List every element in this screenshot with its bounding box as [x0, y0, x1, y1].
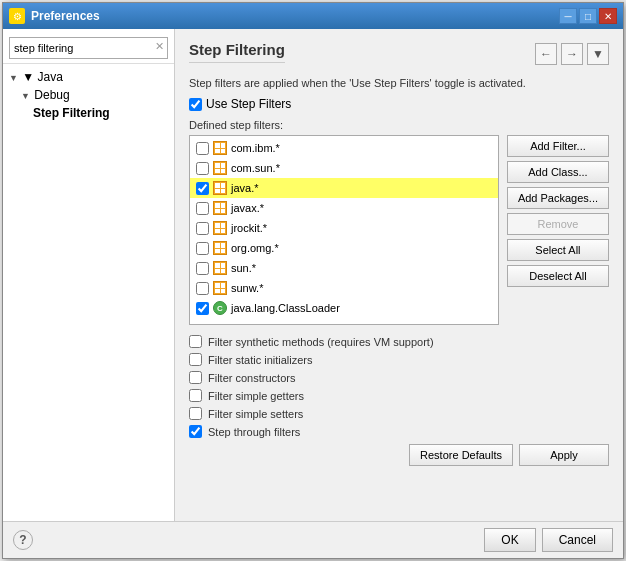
- package-icon: [213, 181, 227, 195]
- bottom-right-buttons: OK Cancel: [484, 528, 613, 552]
- option-checkbox-stepthrough[interactable]: [189, 425, 202, 438]
- sidebar: ✕ ▼ ▼ Java ▼ Debug Step Filtering: [3, 29, 175, 521]
- option-label-getters: Filter simple getters: [208, 390, 304, 402]
- option-row-static: Filter static initializers: [189, 353, 609, 366]
- filter-checkbox[interactable]: [196, 142, 209, 155]
- main-content: ✕ ▼ ▼ Java ▼ Debug Step Filtering Step F…: [3, 29, 623, 521]
- back-button[interactable]: ←: [535, 43, 557, 65]
- filter-item[interactable]: jrockit.*: [190, 218, 498, 238]
- option-row-setters: Filter simple setters: [189, 407, 609, 420]
- filter-item-java[interactable]: java.*: [190, 178, 498, 198]
- use-step-filters-checkbox[interactable]: [189, 98, 202, 111]
- filter-buttons: Add Filter... Add Class... Add Packages.…: [507, 135, 609, 325]
- filter-checkbox[interactable]: [196, 302, 209, 315]
- search-box-wrap: ✕: [3, 33, 174, 64]
- package-icon: [213, 221, 227, 235]
- sidebar-item-java-label: ▼ Java: [22, 70, 63, 84]
- option-row-synthetic: Filter synthetic methods (requires VM su…: [189, 335, 609, 348]
- panel-toolbar: ← → ▼: [535, 43, 609, 65]
- title-bar: ⚙ Preferences ─ □ ✕: [3, 3, 623, 29]
- maximize-button[interactable]: □: [579, 8, 597, 24]
- close-button[interactable]: ✕: [599, 8, 617, 24]
- sidebar-item-java[interactable]: ▼ ▼ Java: [3, 68, 174, 86]
- filter-name: org.omg.*: [231, 242, 279, 254]
- filter-checkbox[interactable]: [196, 182, 209, 195]
- option-label-constructors: Filter constructors: [208, 372, 295, 384]
- package-icon: [213, 161, 227, 175]
- window-icon: ⚙: [9, 8, 25, 24]
- menu-button[interactable]: ▼: [587, 43, 609, 65]
- filter-item[interactable]: javax.*: [190, 198, 498, 218]
- deselect-all-button[interactable]: Deselect All: [507, 265, 609, 287]
- filters-area: com.ibm.* com.sun.*: [189, 135, 609, 325]
- filter-name: java.*: [231, 182, 259, 194]
- option-checkbox-getters[interactable]: [189, 389, 202, 402]
- option-row-stepthrough: Step through filters: [189, 425, 609, 438]
- package-icon: [213, 201, 227, 215]
- remove-button[interactable]: Remove: [507, 213, 609, 235]
- option-checkbox-setters[interactable]: [189, 407, 202, 420]
- package-icon: [213, 281, 227, 295]
- filter-name: jrockit.*: [231, 222, 267, 234]
- cancel-button[interactable]: Cancel: [542, 528, 613, 552]
- defined-label: Defined step filters:: [189, 119, 609, 131]
- option-checkbox-synthetic[interactable]: [189, 335, 202, 348]
- filter-checkbox[interactable]: [196, 202, 209, 215]
- package-icon: [213, 261, 227, 275]
- sidebar-item-step-filtering-label: Step Filtering: [33, 106, 110, 120]
- select-all-button[interactable]: Select All: [507, 239, 609, 261]
- restore-apply-row: Restore Defaults Apply: [189, 444, 609, 466]
- options-section: Filter synthetic methods (requires VM su…: [189, 335, 609, 438]
- option-label-stepthrough: Step through filters: [208, 426, 300, 438]
- sidebar-item-step-filtering[interactable]: Step Filtering: [3, 104, 174, 122]
- filter-name: com.ibm.*: [231, 142, 280, 154]
- option-checkbox-constructors[interactable]: [189, 371, 202, 384]
- search-input[interactable]: [9, 37, 168, 59]
- add-class-button[interactable]: Add Class...: [507, 161, 609, 183]
- preferences-window: ⚙ Preferences ─ □ ✕ ✕ ▼ ▼ Java ▼ Debug: [2, 2, 624, 559]
- description: Step filters are applied when the 'Use S…: [189, 77, 609, 89]
- tree-expand-icon: ▼: [9, 73, 19, 83]
- tree-expand-icon: ▼: [21, 91, 31, 101]
- add-packages-button[interactable]: Add Packages...: [507, 187, 609, 209]
- filter-name: java.lang.ClassLoader: [231, 302, 340, 314]
- forward-button[interactable]: →: [561, 43, 583, 65]
- option-row-constructors: Filter constructors: [189, 371, 609, 384]
- filter-item[interactable]: org.omg.*: [190, 238, 498, 258]
- filter-checkbox[interactable]: [196, 262, 209, 275]
- filter-checkbox[interactable]: [196, 162, 209, 175]
- filter-item[interactable]: sunw.*: [190, 278, 498, 298]
- filter-item[interactable]: com.ibm.*: [190, 138, 498, 158]
- bottom-bar: ? OK Cancel: [3, 521, 623, 558]
- help-button[interactable]: ?: [13, 530, 33, 550]
- filter-item[interactable]: com.sun.*: [190, 158, 498, 178]
- panel-title: Step Filtering: [189, 41, 285, 63]
- package-icon: [213, 241, 227, 255]
- filter-name: sun.*: [231, 262, 256, 274]
- option-label-setters: Filter simple setters: [208, 408, 303, 420]
- use-step-filters-label: Use Step Filters: [206, 97, 291, 111]
- filter-checkbox[interactable]: [196, 222, 209, 235]
- option-checkbox-static[interactable]: [189, 353, 202, 366]
- add-filter-button[interactable]: Add Filter...: [507, 135, 609, 157]
- title-bar-left: ⚙ Preferences: [9, 8, 100, 24]
- right-panel: Step Filtering ← → ▼ Step filters are ap…: [175, 29, 623, 521]
- apply-button[interactable]: Apply: [519, 444, 609, 466]
- filter-list: com.ibm.* com.sun.*: [189, 135, 499, 325]
- filter-item-classloader[interactable]: C java.lang.ClassLoader: [190, 298, 498, 318]
- use-step-filters-row: Use Step Filters: [189, 97, 609, 111]
- ok-button[interactable]: OK: [484, 528, 535, 552]
- sidebar-item-debug-label: Debug: [34, 88, 69, 102]
- filter-name: com.sun.*: [231, 162, 280, 174]
- sidebar-item-debug[interactable]: ▼ Debug: [3, 86, 174, 104]
- minimize-button[interactable]: ─: [559, 8, 577, 24]
- search-clear-icon[interactable]: ✕: [155, 40, 164, 53]
- filter-name: javax.*: [231, 202, 264, 214]
- restore-defaults-button[interactable]: Restore Defaults: [409, 444, 513, 466]
- window-title: Preferences: [31, 9, 100, 23]
- option-row-getters: Filter simple getters: [189, 389, 609, 402]
- filter-checkbox[interactable]: [196, 242, 209, 255]
- filter-checkbox[interactable]: [196, 282, 209, 295]
- filter-item[interactable]: sun.*: [190, 258, 498, 278]
- package-icon: [213, 141, 227, 155]
